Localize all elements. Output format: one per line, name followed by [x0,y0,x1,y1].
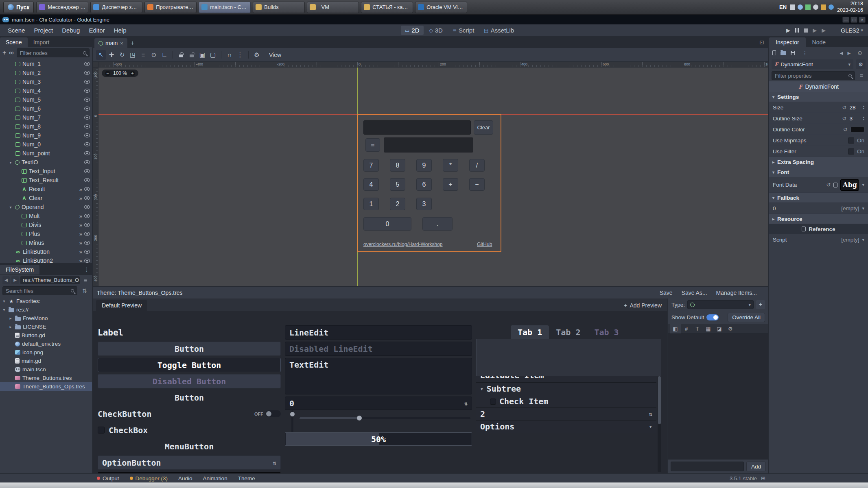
maximize-button[interactable]: □ [851,17,857,23]
visibility-toggle-icon[interactable] [84,250,90,254]
preview-tab-tab-1[interactable]: Tab 1 [511,325,549,339]
tree-item-num-5[interactable]: Num_5 [0,95,92,104]
section-settings[interactable]: ▾Settings [769,92,868,102]
revert-icon[interactable]: ↺ [826,182,831,188]
slider-grabber[interactable] [290,412,295,416]
calculator-equals-button[interactable]: = [365,138,380,152]
bottom-panel-output[interactable]: Output [97,475,119,481]
signal-connection-icon[interactable]: » [79,195,82,201]
tree-item-theme-buttons-tres[interactable]: Theme_Buttons.tres [0,374,92,382]
add-scene-tab-icon[interactable]: + [131,39,134,48]
filter-nodes-input[interactable] [20,50,81,56]
keyboard-layout-indicator[interactable]: EN [779,4,787,10]
history-back-icon[interactable]: ◀ [840,51,843,55]
calculator-github-link[interactable]: GitHub [477,242,492,247]
update-spinner-icon[interactable]: ⊞ [761,475,765,481]
tree-item-num-2[interactable]: Num_2 [0,68,92,77]
color-swatch[interactable] [851,127,864,132]
pivot-tool-icon[interactable]: ⊙ [149,50,159,60]
inspector-tab-inspector[interactable]: Inspector [769,37,806,47]
tray-icon-6[interactable] [829,4,834,10]
menu-debug[interactable]: Debug [57,24,84,36]
tree-item-freemono[interactable]: ▸FreeMono [0,314,92,322]
play-scene-button[interactable]: ▶ [813,27,817,33]
calc-key-4[interactable]: 4 [363,178,379,191]
tree-item-num-0[interactable]: Num_0 [0,140,92,149]
bottom-panel-animation[interactable]: Animation [203,475,227,481]
stepper-icon[interactable]: ▴▾ [863,105,864,110]
spin-updown-icon[interactable]: ⇅ [464,400,468,407]
scrollbar-thumb[interactable] [658,376,661,424]
tree-item-button-gd[interactable]: Button.gd [0,331,92,340]
visibility-toggle-icon[interactable] [84,151,90,155]
tree-item-num-9[interactable]: Num_9 [0,131,92,140]
preview-check-box[interactable]: CheckBox [98,423,281,437]
checkbox-icon[interactable] [848,148,854,155]
tray-icon-1[interactable] [790,4,795,10]
tree-item-text-input[interactable]: Text_Input [0,167,92,176]
taskbar-item-builds[interactable]: Builds [253,2,305,13]
property-value[interactable]: 28 [849,105,860,111]
manage-items-tab[interactable]: ⚙ [725,324,736,333]
save-resource-icon[interactable] [791,51,795,55]
play-button[interactable]: ▶ [786,27,790,33]
bottom-panel-audio[interactable]: Audio [178,475,192,481]
save-button[interactable]: Save [660,290,673,296]
dock-tab-filesystem[interactable]: FileSystem [0,265,39,274]
tray-icon-2[interactable] [798,4,803,10]
tree-item-theme-buttons-ops-tres[interactable]: Theme_Buttons_Ops.tres [0,382,92,391]
visibility-toggle-icon[interactable] [84,205,90,209]
dropdown-arrow-icon[interactable]: ▾ [862,237,864,242]
tree-item-num-6[interactable]: Num_6 [0,104,92,113]
preview-flat-button[interactable]: Button [98,390,281,405]
unlock-icon[interactable] [187,50,197,60]
tray-icon-3[interactable] [805,4,811,10]
history-forward-icon[interactable]: ▶ [848,51,851,55]
collapse-arrow-icon[interactable]: ▾ [2,307,7,312]
dock-tab-scene[interactable]: Scene [0,37,28,47]
workspace-assetlib[interactable]: ▤AssetLib [480,26,518,35]
history-back-icon[interactable]: ◀ [2,276,10,284]
dropdown-arrow-icon[interactable]: ▾ [862,206,864,211]
tree-item-license[interactable]: ▸LICENSE [0,322,92,331]
taskbar-item-item[interactable]: Проигрыватель ... [144,2,197,13]
snap-options-icon[interactable]: ⋮ [235,50,245,60]
tree-item-default-env-tres[interactable]: default_env.tres [0,340,92,348]
save-as-button[interactable]: Save As... [682,290,707,296]
workspace-3d[interactable]: ◇3D [425,26,447,35]
taskbar-item-item[interactable]: Мессенджер — Я... [36,2,88,13]
ruler-tool-icon[interactable]: ∟ [160,50,169,60]
history-forward-icon[interactable]: ▶ [11,276,19,284]
tree-item-result[interactable]: Result» [0,185,92,194]
taskbar-item-main-tscn-chi[interactable]: main.tscn - Chi ... [199,2,251,13]
preview-option-button[interactable]: OptionButton ⇅ [98,455,281,470]
load-resource-icon[interactable] [781,51,786,55]
workspace-script[interactable]: ≣Script [448,26,478,35]
visibility-toggle-icon[interactable] [84,178,90,182]
section-extra-spacing[interactable]: ▸Extra Spacing [769,157,868,167]
section-font[interactable]: ▾Font [769,167,868,177]
tree-item-check[interactable]: Check Item [476,395,656,408]
revert-icon[interactable]: ↺ [843,126,848,133]
signal-connection-icon[interactable]: » [79,231,82,237]
tree-item-editable[interactable]: Editable Item [476,376,656,383]
bottom-panel-theme[interactable]: Theme [238,475,255,481]
checkbox-icon[interactable] [848,137,854,144]
taskbar-item-vm[interactable]: _VM_ [307,2,359,13]
preview-spin-box[interactable]: 0 ⇅ [285,396,472,410]
tree-item-minus[interactable]: Minus» [0,238,92,247]
select-tool-icon[interactable]: ↖ [96,50,106,60]
preview-button[interactable]: Button [98,342,281,356]
manage-items-button[interactable]: Manage Items... [716,290,757,296]
calc-key-7[interactable]: 7 [363,159,379,172]
font-preview-button[interactable]: Abg [840,179,859,191]
spin-updown-icon[interactable]: ⇅ [649,411,652,417]
preview-toggle-button[interactable]: Toggle Button [98,358,281,372]
add-node-icon[interactable]: + [2,50,6,56]
visibility-toggle-icon[interactable] [84,107,90,111]
close-tab-icon[interactable]: × [120,40,123,46]
pause-button[interactable] [795,28,799,33]
signal-connection-icon[interactable]: » [79,186,82,192]
property-value[interactable]: 3 [849,115,860,122]
visibility-toggle-icon[interactable] [84,232,90,236]
